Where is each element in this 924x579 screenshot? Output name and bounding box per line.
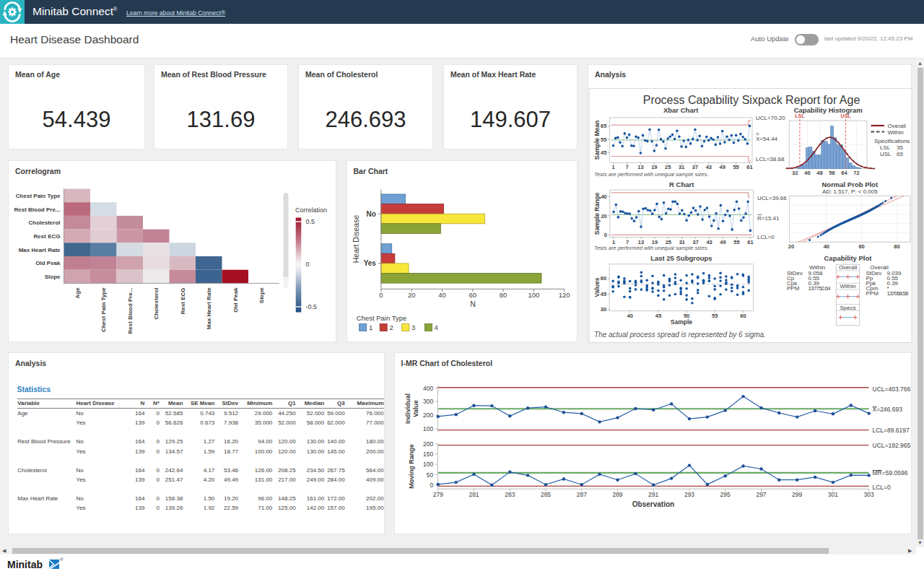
svg-text:31: 31 [679, 164, 684, 170]
svg-text:Process Capability Sixpack Rep: Process Capability Sixpack Report for Ag… [643, 93, 860, 105]
svg-text:Value: Value [411, 400, 419, 417]
svg-text:100: 100 [423, 425, 433, 432]
svg-text:Yes: Yes [363, 259, 376, 267]
svg-text:Slope: Slope [45, 274, 61, 280]
svg-text:300: 300 [423, 398, 433, 405]
svg-text:279: 279 [432, 491, 443, 498]
svg-text:2: 2 [389, 323, 393, 331]
svg-text:Chest Pain Type: Chest Pain Type [100, 287, 107, 332]
svg-text:80: 80 [894, 243, 899, 249]
svg-text:120: 120 [558, 291, 570, 299]
svg-text:Overall: Overall [839, 264, 858, 270]
svg-text:Tests are performed with unequ: Tests are performed with unequal sample … [594, 170, 709, 177]
svg-text:50: 50 [426, 471, 433, 479]
svg-text:200: 200 [423, 412, 433, 419]
svg-text:LSL: LSL [880, 144, 891, 151]
svg-text:283: 283 [505, 491, 515, 498]
svg-text:281: 281 [468, 491, 479, 498]
svg-text:40: 40 [601, 193, 606, 200]
svg-text:USL: USL [880, 151, 892, 157]
svg-text:LSL: LSL [795, 113, 805, 118]
svg-text:297: 297 [756, 491, 766, 498]
svg-text:3: 3 [411, 323, 415, 331]
svg-text:Chest Pain Type: Chest Pain Type [16, 193, 61, 199]
svg-text:49: 49 [720, 238, 725, 245]
svg-text:100: 100 [528, 291, 539, 299]
svg-text:40: 40 [804, 170, 810, 176]
svg-text:20: 20 [407, 291, 415, 299]
svg-text:60: 60 [468, 291, 476, 299]
svg-text:32: 32 [792, 170, 798, 176]
svg-text:1: 1 [612, 164, 615, 170]
svg-text:55: 55 [733, 164, 738, 170]
svg-text:Sample Mean: Sample Mean [593, 120, 601, 159]
svg-text:Chest Pain Type: Chest Pain Type [356, 314, 406, 322]
svg-text:55: 55 [733, 238, 739, 245]
svg-text:USL: USL [841, 113, 852, 118]
svg-text:Specs: Specs [840, 304, 855, 310]
svg-text:AD: 1.517, P: < 0.005: AD: 1.517, P: < 0.005 [822, 188, 878, 195]
svg-text:289: 289 [612, 491, 622, 498]
svg-text:72: 72 [853, 170, 859, 176]
svg-text:137752.64: 137752.64 [808, 284, 832, 291]
svg-text:0: 0 [604, 231, 607, 238]
svg-text:LCL=89.6197: LCL=89.6197 [872, 427, 910, 434]
svg-text:LCL=38.68: LCL=38.68 [756, 155, 785, 162]
svg-text:60: 60 [740, 312, 746, 318]
svg-text:Max Heart Rate: Max Heart Rate [206, 287, 212, 329]
svg-text:100: 100 [423, 461, 433, 468]
svg-text:48: 48 [816, 170, 822, 176]
svg-text:Sample: Sample [671, 318, 693, 325]
svg-text:285: 285 [540, 491, 550, 498]
svg-text:Heart Disease: Heart Disease [352, 215, 360, 264]
svg-text:0: 0 [430, 482, 433, 489]
svg-text:200: 200 [423, 440, 433, 448]
svg-text:35: 35 [897, 144, 903, 151]
svg-text:20: 20 [601, 212, 606, 219]
svg-text:25: 25 [665, 164, 671, 170]
svg-text:20: 20 [788, 243, 794, 249]
svg-text:N: N [470, 300, 476, 308]
svg-text:80: 80 [499, 291, 507, 299]
svg-text:PPM: PPM [787, 284, 800, 291]
svg-text:Capability Plot: Capability Plot [824, 254, 873, 262]
svg-text:Correlation: Correlation [295, 206, 327, 214]
svg-text:287: 287 [576, 491, 586, 498]
svg-text:43: 43 [706, 164, 712, 170]
svg-text:49: 49 [720, 164, 725, 170]
svg-text:Rest Blood Pre...: Rest Blood Pre... [127, 287, 134, 334]
svg-text:55: 55 [601, 136, 606, 142]
svg-text:60: 60 [858, 243, 864, 249]
svg-text:Individual: Individual [404, 393, 411, 424]
svg-text:X=54.44: X=54.44 [756, 135, 778, 142]
svg-text:19: 19 [651, 164, 657, 170]
svg-text:61: 61 [747, 238, 753, 245]
svg-text:293: 293 [684, 491, 694, 498]
svg-text:137068.58: 137068.58 [887, 290, 910, 296]
svg-text:65: 65 [897, 151, 903, 157]
svg-text:60: 60 [601, 275, 606, 282]
svg-text:PPM: PPM [866, 290, 879, 296]
svg-text:Sample Range: Sample Range [593, 192, 601, 235]
svg-text:56: 56 [829, 170, 834, 176]
svg-text:61: 61 [746, 164, 752, 170]
svg-text:291: 291 [648, 491, 658, 498]
svg-text:45: 45 [601, 290, 606, 297]
svg-text:64: 64 [841, 170, 847, 176]
svg-text:UCL=39.66: UCL=39.66 [757, 194, 787, 201]
svg-text:Old Peak: Old Peak [232, 287, 239, 313]
svg-text:Moving Range: Moving Range [408, 444, 415, 489]
svg-text:Within: Within [840, 283, 855, 290]
svg-text:30: 30 [601, 306, 606, 313]
svg-text:Slope: Slope [258, 287, 265, 303]
svg-text:Old Peak: Old Peak [35, 260, 61, 266]
svg-text:Rest Blood Pre...: Rest Blood Pre... [14, 206, 60, 213]
svg-text:Specifications: Specifications [874, 138, 910, 144]
svg-text:45: 45 [601, 149, 606, 155]
svg-text:R Chart: R Chart [669, 180, 694, 188]
svg-text:X=246.693: X=246.693 [872, 406, 902, 413]
svg-text:37: 37 [692, 164, 698, 170]
svg-text:UCL=403.766: UCL=403.766 [872, 386, 910, 393]
svg-text:299: 299 [792, 491, 802, 498]
svg-text:UCL=192.965: UCL=192.965 [872, 442, 910, 449]
